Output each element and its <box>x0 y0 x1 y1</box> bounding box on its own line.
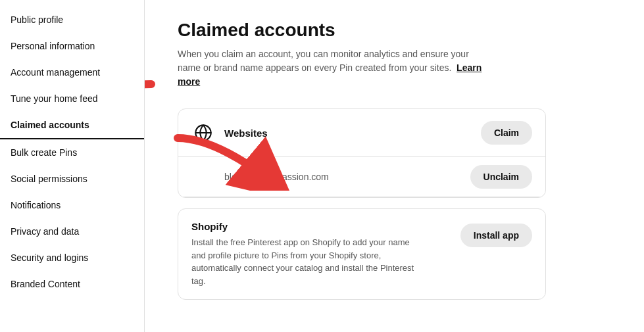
page-description: When you claim an account, you can monit… <box>178 47 493 89</box>
globe-icon <box>191 121 215 145</box>
main-content: Claimed accounts When you claim an accou… <box>145 0 644 332</box>
claim-button[interactable]: Claim <box>481 121 532 145</box>
claimed-domain-row: bloggingyourpassion.com Unclaim <box>178 157 545 197</box>
sidebar-item-claimed-accounts[interactable]: Claimed accounts <box>0 112 144 139</box>
description-text: When you claim an account, you can monit… <box>178 49 469 73</box>
sidebar-item-tune-home-feed[interactable]: Tune your home feed <box>0 85 144 112</box>
page-title: Claimed accounts <box>178 20 611 41</box>
sidebar-item-notifications[interactable]: Notifications <box>0 192 144 218</box>
shopify-title: Shopify <box>191 221 447 232</box>
unclaim-button[interactable]: Unclaim <box>470 165 532 189</box>
websites-label: Websites <box>224 128 481 139</box>
sidebar-item-account-management[interactable]: Account management <box>0 59 144 85</box>
sidebar-item-security-logins[interactable]: Security and logins <box>0 245 144 271</box>
sidebar: Public profilePersonal informationAccoun… <box>0 0 145 332</box>
websites-section: Websites Claim bloggingyourpassion.com U… <box>178 108 546 198</box>
claimed-domain: bloggingyourpassion.com <box>224 172 470 182</box>
arrow1 <box>145 71 164 124</box>
shopify-row: Shopify Install the free Pinterest app o… <box>178 209 545 299</box>
sidebar-item-public-profile[interactable]: Public profile <box>0 7 144 33</box>
sidebar-item-branded-content[interactable]: Branded Content <box>0 271 144 297</box>
shopify-section: Shopify Install the free Pinterest app o… <box>178 208 546 300</box>
sidebar-item-social-permissions[interactable]: Social permissions <box>0 166 144 192</box>
shopify-content: Shopify Install the free Pinterest app o… <box>191 221 447 287</box>
sidebar-item-personal-information[interactable]: Personal information <box>0 33 144 59</box>
shopify-button-wrap: Install app <box>460 221 532 247</box>
websites-row: Websites Claim <box>178 109 545 157</box>
sidebar-item-privacy-and-data[interactable]: Privacy and data <box>0 218 144 245</box>
shopify-description: Install the free Pinterest app on Shopif… <box>191 236 415 287</box>
install-app-button[interactable]: Install app <box>460 224 532 247</box>
sidebar-item-bulk-create-pins[interactable]: Bulk create Pins <box>0 139 144 166</box>
